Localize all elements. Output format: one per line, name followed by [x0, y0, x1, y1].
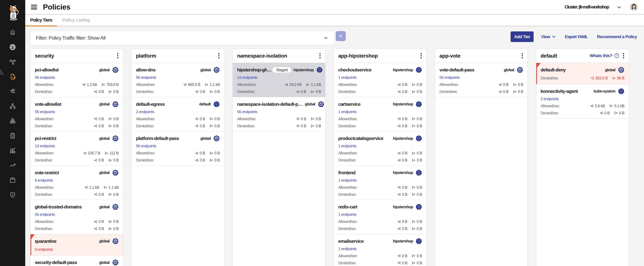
svg-text:ns: ns: [418, 71, 420, 72]
svg-text:ns: ns: [620, 92, 622, 94]
svg-text:ns: ns: [418, 242, 420, 244]
svg-text:ns: ns: [418, 106, 420, 107]
svg-text:ns: ns: [418, 208, 420, 210]
svg-text:ns: ns: [418, 174, 420, 175]
svg-text:ns: ns: [319, 71, 320, 72]
svg-text:ns: ns: [418, 140, 420, 141]
svg-text:ns: ns: [216, 106, 217, 107]
svg-text:?: ?: [616, 54, 617, 58]
